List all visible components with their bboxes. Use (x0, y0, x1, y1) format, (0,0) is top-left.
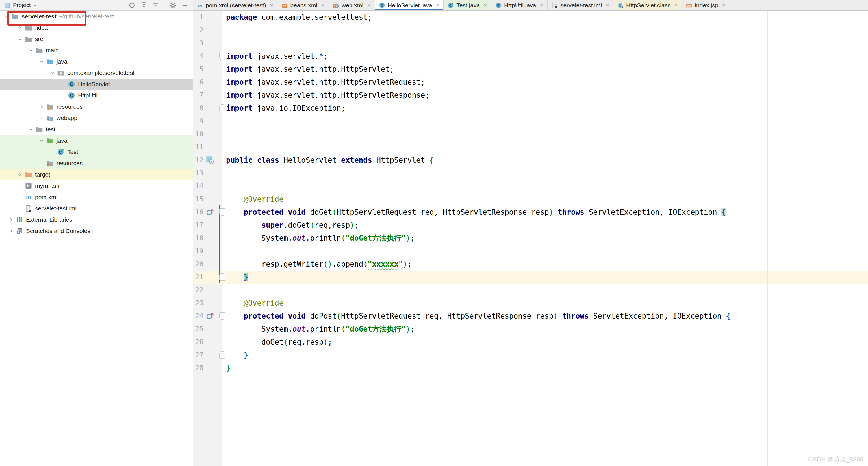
tree-item-test-class[interactable]: CTest (0, 146, 193, 158)
chevron-right-icon[interactable] (37, 104, 46, 109)
tree-item-servelet-test-root[interactable]: servelet-test ~/github/servelet-test (0, 11, 193, 22)
gear-icon[interactable] (169, 2, 176, 9)
close-icon[interactable]: × (436, 2, 439, 8)
chevron-down-icon[interactable] (15, 36, 25, 42)
chevron-down-icon[interactable] (48, 70, 57, 76)
code-line-23[interactable]: @Override (193, 297, 868, 309)
tab-web-xml[interactable]: <web.xml× (329, 0, 375, 10)
code-line-15[interactable]: @Override (193, 193, 868, 206)
code-line-7[interactable]: import javax.servlet.http.HttpServletRes… (193, 89, 868, 102)
tree-item-target[interactable]: target (0, 169, 193, 180)
code-line-16[interactable]: protected void doGet(HttpServletRequest … (193, 206, 868, 219)
code-token (226, 195, 244, 203)
tab-test-java[interactable]: CTest.java× (444, 0, 491, 10)
tab-httpservlet-class[interactable]: CHttpServlet.class× (613, 0, 682, 10)
tree-item-helloservlet[interactable]: CHelloServlet (0, 78, 193, 90)
code-line-17[interactable]: super.doGet(req,resp); (193, 219, 868, 232)
fold-marker[interactable]: − (219, 208, 225, 216)
code-line-11[interactable] (193, 141, 868, 154)
chevron-right-icon[interactable] (6, 228, 16, 234)
chevron-down-icon[interactable] (26, 47, 36, 53)
chevron-right-icon[interactable] (37, 115, 46, 121)
close-icon[interactable]: × (606, 2, 609, 8)
collapse-all-icon[interactable] (152, 2, 159, 9)
chevron-down-icon[interactable] (37, 59, 46, 64)
tree-item-pom-xml[interactable]: mpom.xml (0, 192, 193, 203)
code-line-4[interactable]: import javax.servlet.*; (193, 50, 868, 63)
tree-item-test[interactable]: test (0, 124, 193, 135)
code-line-26[interactable]: doGet(req,resp); (193, 335, 868, 348)
tab-pom-xml[interactable]: mpom.xml (servelet-test)× (193, 0, 277, 10)
code-line-1[interactable]: package com.example.servelettest; (193, 11, 868, 24)
override-method-icon[interactable] (206, 312, 214, 320)
fold-marker[interactable]: − (219, 312, 225, 320)
tree-item-idea[interactable]: .idea (0, 22, 193, 33)
chevron-right-icon[interactable] (6, 217, 16, 223)
chevron-down-icon[interactable] (33, 3, 37, 8)
tab-beans-xml[interactable]: <>beans.xml× (277, 0, 329, 10)
code-line-3[interactable] (193, 37, 868, 50)
close-icon[interactable]: × (722, 2, 725, 8)
tree-item-servelet-test-iml[interactable]: servelet-test.iml (0, 203, 193, 214)
tree-item-scratches-and-consoles[interactable]: Scratches and Consoles (0, 225, 193, 237)
tab-httputil-java[interactable]: CHttpUtil.java× (491, 0, 548, 10)
tree-item-httputil[interactable]: CHttpUtil (0, 90, 193, 101)
tab-index-jsp[interactable]: JSPindex.jsp× (682, 0, 730, 10)
code-line-5[interactable]: import javax.servlet.http.HttpServlet; (193, 63, 868, 76)
expand-all-icon[interactable] (141, 2, 147, 9)
java-class-library-icon: C (617, 2, 624, 8)
tree-item-webapp[interactable]: webapp (0, 112, 193, 124)
code-line-2[interactable] (193, 24, 868, 37)
code-line-10[interactable] (193, 128, 868, 141)
code-token: { (430, 156, 434, 164)
tree-item-external-libraries[interactable]: External Libraries (0, 214, 193, 225)
tree-item-resources-test[interactable]: resources (0, 158, 193, 169)
fold-marker[interactable]: − (219, 53, 225, 60)
tree-item-resources-main[interactable]: resources (0, 101, 193, 112)
tree-item-main[interactable]: main (0, 45, 193, 56)
code-line-27[interactable]: } (193, 348, 868, 362)
override-method-icon[interactable] (206, 208, 214, 216)
chevron-down-icon[interactable] (37, 138, 46, 143)
tree-item-java-test[interactable]: java (0, 135, 193, 146)
fold-marker[interactable]: − (219, 351, 225, 359)
close-icon[interactable]: × (321, 2, 324, 8)
close-icon[interactable]: × (270, 2, 274, 8)
chevron-right-icon[interactable] (15, 172, 25, 177)
tab-helloservlet-java[interactable]: CHelloServlet.java× (375, 0, 444, 10)
code-line-24[interactable]: protected void doPost(HttpServletRequest… (193, 309, 868, 323)
tree-item-myrun-sh[interactable]: myrun.sh (0, 180, 193, 192)
code-line-25[interactable]: System.out.println("doGet方法执行"); (193, 323, 868, 335)
tree-item-java-main[interactable]: java (0, 56, 193, 67)
tree-item-com-example-servelettest[interactable]: com.example.servelettest (0, 67, 193, 78)
code-line-9[interactable] (193, 115, 868, 128)
code-line-28[interactable]: } (193, 362, 868, 374)
chevron-right-icon[interactable] (15, 25, 25, 31)
tree-item-src[interactable]: src (0, 33, 193, 45)
web-xml-file-icon: < (333, 2, 339, 8)
code-editor[interactable]: 1package com.example.servelettest;234−im… (193, 11, 868, 466)
close-icon[interactable]: × (540, 2, 544, 8)
code-line-19[interactable] (193, 244, 868, 258)
close-icon[interactable]: × (675, 2, 678, 8)
code-line-13[interactable] (193, 167, 868, 179)
close-icon[interactable]: × (367, 2, 371, 8)
code-line-8[interactable]: import java.io.IOException; (193, 102, 868, 115)
locate-icon[interactable] (129, 2, 135, 9)
code-line-20[interactable]: resp.getWriter().append("xxxxxx"); (193, 258, 868, 271)
chevron-down-icon[interactable] (2, 13, 11, 19)
chevron-down-icon[interactable] (26, 127, 36, 132)
code-line-18[interactable]: System.out.println("doGet方法执行"); (193, 232, 868, 244)
close-icon[interactable]: × (484, 2, 487, 8)
code-line-14[interactable] (193, 179, 868, 193)
code-line-6[interactable]: import javax.servlet.http.HttpServletReq… (193, 76, 868, 89)
servlet-class-gutter-icon[interactable] (206, 156, 214, 164)
fold-marker[interactable]: − (219, 273, 225, 281)
code-line-22[interactable] (193, 284, 868, 297)
fold-marker[interactable]: − (219, 104, 225, 112)
code-line-21[interactable]: } (193, 271, 868, 284)
project-view-title[interactable]: Project (13, 2, 31, 8)
minimize-icon[interactable] (181, 2, 188, 9)
code-line-12[interactable]: public class HelloServlet extends HttpSe… (193, 154, 868, 167)
tab-servelet-test-iml[interactable]: servelet-test.iml× (548, 0, 613, 10)
